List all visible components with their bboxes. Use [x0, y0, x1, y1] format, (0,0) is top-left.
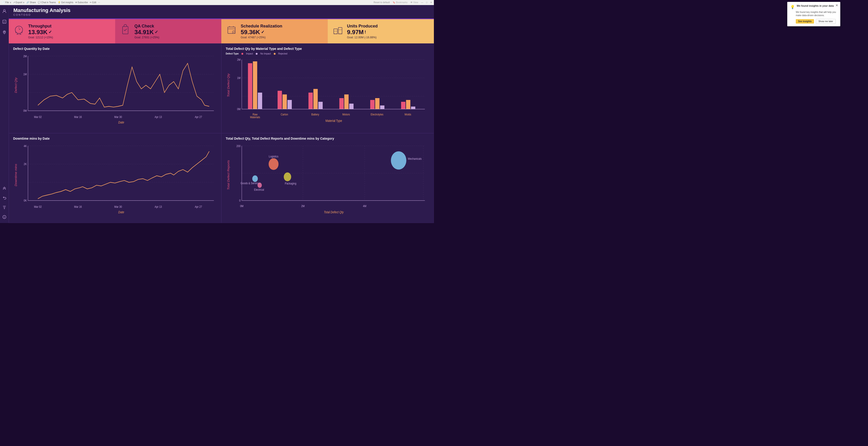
svg-text:0M: 0M	[237, 108, 241, 111]
svg-text:Mar 30: Mar 30	[114, 115, 122, 118]
svg-text:Apr 27: Apr 27	[195, 205, 202, 208]
svg-point-96	[257, 183, 262, 188]
sidebar-icon-info[interactable]	[1, 214, 8, 220]
kpi-schedule[interactable]: Schedule Realization 59.36K✓ Goal: 47487…	[221, 19, 328, 43]
qa-icon	[119, 24, 131, 38]
svg-text:Total Defect Reports: Total Defect Reports	[227, 160, 230, 190]
qa-value: 34.91K✓	[134, 29, 159, 36]
svg-text:5: 5	[4, 208, 5, 209]
svg-text:Mar 02: Mar 02	[34, 205, 41, 208]
units-icon	[332, 24, 344, 38]
svg-text:Apr 13: Apr 13	[155, 115, 162, 118]
window-close[interactable]: ✕	[430, 1, 432, 4]
toolbar-file[interactable]: 📄 File ∨	[2, 1, 11, 4]
toolbar-subscribe[interactable]: ✉ Subscribe	[75, 1, 88, 4]
svg-text:Battery: Battery	[311, 113, 319, 116]
throughput-label: Throughput	[28, 24, 53, 29]
svg-text:2K: 2K	[24, 162, 27, 166]
qa-goal: Goal: 27931 (+25%)	[134, 36, 159, 39]
schedule-icon	[225, 24, 238, 38]
sidebar-icon-location[interactable]	[1, 29, 8, 35]
svg-rect-41	[287, 100, 292, 109]
svg-rect-47	[339, 98, 344, 109]
svg-point-98	[284, 173, 291, 181]
sidebar-icon-user[interactable]	[1, 8, 8, 14]
kpi-throughput[interactable]: Throughput 13.93K✓ Goal: 12112 (+15%)	[9, 19, 115, 43]
svg-rect-53	[380, 106, 384, 109]
toolbar-more[interactable]: ···	[98, 1, 100, 4]
toolbar-export[interactable]: ↗ Export ∨	[13, 1, 25, 4]
svg-text:Goods & Services: Goods & Services	[241, 181, 260, 185]
kpi-units[interactable]: Units Produced 9.97M! Goal: 12.00M (-16.…	[328, 19, 434, 43]
svg-text:2M: 2M	[301, 204, 305, 208]
svg-text:Molds: Molds	[405, 113, 411, 116]
svg-text:Total Defect Qty: Total Defect Qty	[324, 210, 344, 214]
svg-rect-35	[253, 61, 257, 109]
toolbar-insights[interactable]: 💡 Get insights	[58, 1, 73, 4]
window-minimize[interactable]: —	[421, 1, 423, 4]
svg-rect-9	[338, 27, 342, 34]
svg-rect-34	[248, 63, 252, 109]
svg-text:200: 200	[236, 144, 241, 148]
throughput-value: 13.93K✓	[28, 29, 53, 36]
svg-rect-45	[318, 102, 323, 109]
svg-text:0K: 0K	[24, 199, 27, 202]
svg-text:Mar 16: Mar 16	[74, 115, 82, 118]
svg-rect-8	[334, 29, 337, 34]
svg-text:Apr 13: Apr 13	[155, 205, 162, 208]
svg-text:Mechanicals: Mechanicals	[408, 157, 422, 160]
sidebar-icon-undo[interactable]	[1, 195, 8, 201]
svg-text:Mar 02: Mar 02	[34, 115, 41, 118]
downtime-title: Downtime mins by Date	[13, 137, 217, 140]
app-container: 5 Manufacturing Analysis CONTOSO	[0, 5, 434, 223]
window-maximize[interactable]: □	[426, 1, 427, 4]
svg-text:Mar 16: Mar 16	[74, 205, 82, 208]
svg-rect-44	[313, 89, 318, 109]
sidebar-bottom: 5	[1, 185, 8, 220]
svg-rect-49	[349, 103, 353, 109]
svg-rect-43	[309, 93, 313, 109]
svg-text:Date: Date	[118, 210, 124, 214]
schedule-label: Schedule Realization	[241, 24, 282, 29]
svg-point-92	[269, 158, 279, 170]
svg-text:0: 0	[239, 199, 241, 202]
units-value: 9.97M!	[347, 29, 378, 36]
bookmarks[interactable]: 🔖 Bookmarks	[393, 1, 408, 4]
throughput-icon	[13, 24, 25, 38]
units-goal: Goal: 12.00M (-16.88%)	[347, 36, 378, 39]
svg-text:Material Type: Material Type	[326, 119, 342, 123]
svg-text:2M: 2M	[23, 55, 27, 58]
svg-text:1M: 1M	[237, 76, 241, 80]
toolbar-share[interactable]: 🔗 Share	[26, 1, 36, 4]
svg-text:Defect Qty: Defect Qty	[14, 77, 18, 93]
svg-text:0M: 0M	[240, 204, 244, 208]
svg-text:Motors: Motors	[342, 113, 350, 116]
svg-text:0M: 0M	[23, 109, 27, 112]
svg-point-7	[232, 31, 235, 33]
svg-rect-40	[282, 94, 287, 109]
throughput-goal: Goal: 12112 (+15%)	[28, 36, 53, 39]
svg-text:Electrical: Electrical	[254, 188, 264, 191]
units-text: Units Produced 9.97M! Goal: 12.00M (-16.…	[347, 24, 378, 39]
page-title: Manufacturing Analysis	[13, 7, 429, 13]
view[interactable]: 👁 View	[410, 1, 418, 4]
svg-rect-6	[228, 27, 235, 33]
kpi-qa[interactable]: QA Check 34.91K✓ Goal: 27931 (+25%)	[115, 19, 222, 43]
svg-rect-57	[411, 107, 415, 109]
defect-material-chart: Total Defect Qty by Material Type and De…	[221, 43, 434, 133]
reset-default[interactable]: Reset to default	[374, 1, 390, 4]
sidebar-icon-chevrons-up[interactable]	[1, 185, 8, 191]
kpi-row: Throughput 13.93K✓ Goal: 12112 (+15%)	[9, 19, 434, 43]
svg-text:Date: Date	[118, 120, 124, 124]
throughput-text: Throughput 13.93K✓ Goal: 12112 (+15%)	[28, 24, 53, 39]
svg-text:Downtime mins: Downtime mins	[14, 164, 18, 186]
toolbar-chat[interactable]: 💬 Chat in Teams	[38, 1, 56, 4]
svg-rect-36	[258, 93, 262, 109]
sidebar-icon-edit[interactable]	[1, 19, 8, 25]
defect-material-title: Total Defect Qty by Material Type and De…	[226, 47, 430, 51]
svg-text:2M: 2M	[237, 58, 241, 61]
svg-rect-48	[344, 94, 349, 109]
defect-qty-chart: Defect Quantity by Date 2M 1M 0M Mar 02 …	[9, 43, 221, 133]
sidebar-icon-filter[interactable]: 5	[1, 204, 8, 211]
toolbar-edit[interactable]: ✏ Edit	[90, 1, 96, 4]
